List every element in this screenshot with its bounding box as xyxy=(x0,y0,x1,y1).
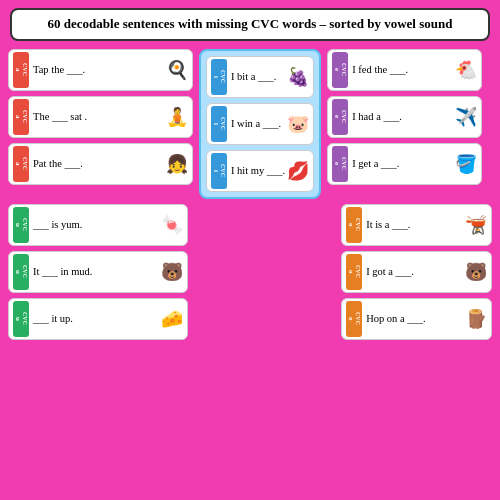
emoji-a-2: 🧘 xyxy=(166,106,188,128)
title-text: 60 decodable sentences with missing CVC … xyxy=(48,16,453,31)
card-a-1: CVC a Tap the ___. 🍳 xyxy=(8,49,193,91)
emoji-e-2: ✈️ xyxy=(455,106,477,128)
sentence-e-3: I get a ___. xyxy=(352,157,453,171)
emoji-i-2: 🐷 xyxy=(287,113,309,135)
sentence-e-2: I had a ___. xyxy=(352,110,453,124)
card-e-1: CVC e I fed the ___. 🐔 xyxy=(327,49,482,91)
bottom-right-column: CVC o It is a ___. 🫕 CVC o I got a ___. … xyxy=(341,204,492,340)
bottom-left-column: CVC u ___ is yum. 🍬 CVC u It ___ in mud.… xyxy=(8,204,188,340)
sentence-i-1: I bit a ___. xyxy=(231,70,285,84)
emoji-a-1: 🍳 xyxy=(166,59,188,81)
middle-column-wrapper: CVC i I bit a ___. 🍇 CVC i I win a ___. … xyxy=(199,49,321,199)
emoji-u-3: 🧀 xyxy=(161,308,183,330)
emoji-i-3: 💋 xyxy=(287,160,309,182)
emoji-o-3: 🪵 xyxy=(465,308,487,330)
emoji-a-3: 👧 xyxy=(166,153,188,175)
card-i-3: CVC i I hit my ___. 💋 xyxy=(206,150,314,192)
sentence-a-2: The ___ sat . xyxy=(33,110,164,124)
card-u-2: CVC u It ___ in mud. 🐻 xyxy=(8,251,188,293)
card-a-3: CVC a Pat the ___. 👧 xyxy=(8,143,193,185)
emoji-e-1: 🐔 xyxy=(455,59,477,81)
tab-e-3: CVC e xyxy=(332,146,348,182)
emoji-u-1: 🍬 xyxy=(161,214,183,236)
emoji-o-1: 🫕 xyxy=(465,214,487,236)
card-o-3: CVC o Hop on a ___. 🪵 xyxy=(341,298,492,340)
tab-o-2: CVC o xyxy=(346,254,362,290)
bottom-spacer xyxy=(194,204,335,340)
tab-a-2: CVC a xyxy=(13,99,29,135)
tab-i-3: CVC i xyxy=(211,153,227,189)
sentence-a-1: Tap the ___. xyxy=(33,63,164,77)
tab-o-3: CVC o xyxy=(346,301,362,337)
tab-i-1: CVC i xyxy=(211,59,227,95)
tab-a-1: CVC a xyxy=(13,52,29,88)
card-u-3: CVC u ___ it up. 🧀 xyxy=(8,298,188,340)
sentence-u-1: ___ is yum. xyxy=(33,218,159,232)
emoji-u-2: 🐻 xyxy=(161,261,183,283)
tab-u-1: CVC u xyxy=(13,207,29,243)
tab-e-1: CVC e xyxy=(332,52,348,88)
sentence-i-3: I hit my ___. xyxy=(231,164,285,178)
sentence-i-2: I win a ___. xyxy=(231,117,285,131)
sentence-u-2: It ___ in mud. xyxy=(33,265,159,279)
emoji-i-1: 🍇 xyxy=(287,66,309,88)
sentence-u-3: ___ it up. xyxy=(33,312,159,326)
sentence-a-3: Pat the ___. xyxy=(33,157,164,171)
sentence-o-2: I got a ___. xyxy=(366,265,463,279)
tab-u-3: CVC u xyxy=(13,301,29,337)
card-o-1: CVC o It is a ___. 🫕 xyxy=(341,204,492,246)
right-column: CVC e I fed the ___. 🐔 CVC e I had a ___… xyxy=(327,49,482,199)
card-e-3: CVC e I get a ___. 🪣 xyxy=(327,143,482,185)
sentence-o-1: It is a ___. xyxy=(366,218,463,232)
card-e-2: CVC e I had a ___. ✈️ xyxy=(327,96,482,138)
card-u-1: CVC u ___ is yum. 🍬 xyxy=(8,204,188,246)
tab-o-1: CVC o xyxy=(346,207,362,243)
tab-a-3: CVC a xyxy=(13,146,29,182)
card-a-2: CVC a The ___ sat . 🧘 xyxy=(8,96,193,138)
emoji-e-3: 🪣 xyxy=(455,153,477,175)
tab-u-2: CVC u xyxy=(13,254,29,290)
left-column: CVC a Tap the ___. 🍳 CVC a The ___ sat .… xyxy=(8,49,193,199)
tab-e-2: CVC e xyxy=(332,99,348,135)
card-o-2: CVC o I got a ___. 🐻 xyxy=(341,251,492,293)
card-i-2: CVC i I win a ___. 🐷 xyxy=(206,103,314,145)
tab-i-2: CVC i xyxy=(211,106,227,142)
title-box: 60 decodable sentences with missing CVC … xyxy=(10,8,490,41)
emoji-o-2: 🐻 xyxy=(465,261,487,283)
sentence-e-1: I fed the ___. xyxy=(352,63,453,77)
sentence-o-3: Hop on a ___. xyxy=(366,312,463,326)
card-i-1: CVC i I bit a ___. 🍇 xyxy=(206,56,314,98)
